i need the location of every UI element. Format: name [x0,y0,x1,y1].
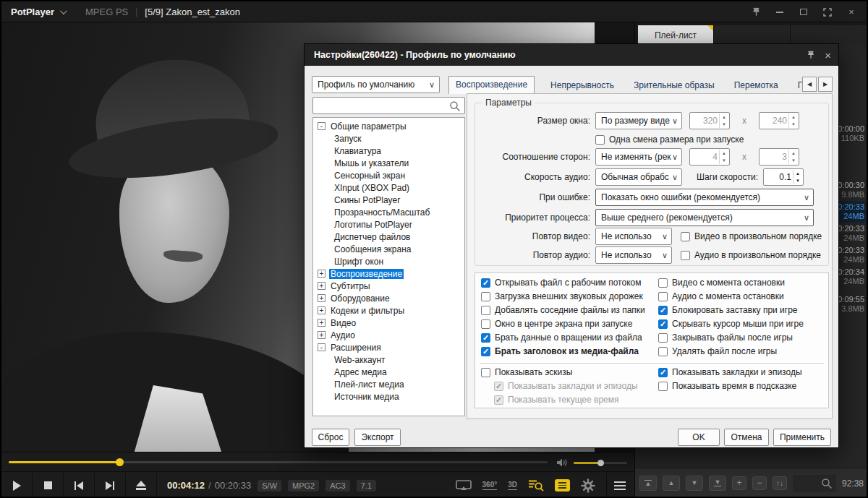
volume-knob[interactable] [597,460,604,466]
reset-button[interactable]: Сброс [312,429,349,446]
window-size-select[interactable]: По размеру виде∨ [595,112,682,129]
tab-playback[interactable]: Воспроизведение [448,76,535,94]
window-height-spinner[interactable]: 240▲▼ [759,112,799,129]
aspect-h-spinner[interactable]: 3▲▼ [759,148,799,166]
tree-item[interactable]: +Аудио [313,329,464,341]
tree-item[interactable]: Диспетчер файлов [313,231,464,243]
option-checkbox[interactable]: Загрузка внешних звуковых дорожек [481,291,643,301]
audio-shuffle-checkbox[interactable]: Аудио в произвольном порядке [681,250,821,260]
option-checkbox[interactable]: Показывать закладки и эпизоды [658,367,802,377]
tree-item[interactable]: +Воспроизведение [313,267,464,280]
add-item-button[interactable]: + [732,476,746,490]
tree-item[interactable]: Источник медиа [313,390,464,403]
audio-speed-select[interactable]: Обычная обрабс∨ [595,168,682,186]
tree-item[interactable]: +Субтитры [313,280,464,292]
expand-icon[interactable]: + [318,294,326,302]
remove-item-button[interactable]: − [752,476,767,490]
playlist-search-button[interactable] [528,479,544,491]
expand-icon[interactable]: + [318,282,326,290]
play-button[interactable] [1,473,33,498]
settings-search-input[interactable] [312,97,465,114]
seek-knob[interactable] [116,458,124,466]
move-down-button[interactable]: ▼ [686,476,703,491]
tree-item[interactable]: +Кодеки и фильтры [313,304,464,317]
stop-button[interactable] [33,473,64,498]
tree-item[interactable]: Адрес медиа [313,366,464,378]
profile-select[interactable]: Профиль по умолчанию ∨ [312,76,440,93]
tree-item[interactable]: Запуск [313,132,464,145]
aspect-w-spinner[interactable]: 4▲▼ [689,148,730,166]
process-priority-select[interactable]: Выше среднего (рекомендуется)∨ [595,209,814,226]
tabs-scroll-right-button[interactable]: ▶ [818,77,833,92]
option-checkbox[interactable]: Брать заголовок из медиа-файла [481,346,639,356]
maximize-button[interactable] [796,5,812,20]
volume-slider[interactable] [574,462,627,464]
tree-item[interactable]: Web-аккаунт [313,353,464,366]
option-checkbox[interactable]: Показывать время в подсказке [658,381,796,391]
tree-item[interactable]: +Видео [313,317,464,329]
option-checkbox[interactable]: Скрывать курсор мыши при игре [658,319,804,329]
playlist-toggle-button[interactable] [555,479,570,491]
option-checkbox[interactable]: Окно в центре экрана при запуске [481,319,632,329]
seek-bar[interactable] [9,461,548,463]
option-checkbox[interactable]: Удалять файл после игры [658,346,777,356]
close-button[interactable]: × [843,5,859,20]
volume-icon[interactable] [556,458,568,468]
option-checkbox[interactable]: Закрывать файлы после игры [658,332,793,343]
move-bottom-button[interactable]: ▼ [709,476,726,491]
tree-item[interactable]: -Общие параметры [313,120,464,132]
move-up-button[interactable]: ▲ [663,476,680,491]
pin-icon[interactable] [748,5,764,20]
video-shuffle-checkbox[interactable]: Видео в произвольном порядке [681,231,822,241]
speed-step-spinner[interactable]: 0.1▲▼ [763,168,804,186]
tree-item[interactable]: XInput (XBOX Pad) [313,181,464,194]
option-checkbox[interactable]: Открывать файл с рабочим потоком [481,278,641,288]
tree-item[interactable]: Сенсорный экран [313,169,464,181]
resize-once-checkbox[interactable]: Одна смена размера при запуске [595,134,744,145]
playlist-tab[interactable]: Плей-лист [638,25,713,46]
export-button[interactable]: Экспорт [354,429,401,446]
dialog-pin-icon[interactable] [806,50,816,60]
tree-item[interactable]: Логотипы PotPlayer [313,218,464,231]
minimize-button[interactable] [772,5,788,20]
tree-item[interactable]: Клавиатура [313,145,464,157]
option-checkbox[interactable]: Показывать эскизы [481,367,572,377]
tab-visualizations[interactable]: Зрительные образы [630,77,718,94]
settings-gear-button[interactable] [581,478,595,493]
option-checkbox[interactable]: Брать данные о вращении из файла [481,332,642,343]
window-width-spinner[interactable]: 320▲▼ [689,112,730,129]
aspect-ratio-select[interactable]: Не изменять (рек∨ [595,148,682,166]
tree-item[interactable]: Сообщения экрана [313,243,464,255]
tab-seeking[interactable]: Перемотка [731,77,782,94]
dialog-close-icon[interactable]: × [825,49,831,61]
video-360-button[interactable]: 360° [482,481,498,490]
expand-icon[interactable]: + [318,306,326,314]
tree-item[interactable]: Мышь и указатели [313,157,464,169]
on-error-select[interactable]: Показать окно ошибки (рекомендуется)∨ [595,189,814,206]
expand-icon[interactable]: + [318,270,326,278]
option-checkbox[interactable]: Видео с момента остановки [658,278,785,288]
apply-button[interactable]: Применить [773,429,831,446]
option-checkbox[interactable]: Показывать закладки и эпизоды [494,381,638,391]
tabs-scroll-left-button[interactable]: ◀ [802,77,817,92]
expand-icon[interactable]: + [318,331,326,339]
repeat-video-select[interactable]: Не использо∨ [595,228,672,245]
tree-item[interactable]: -Расширения [313,341,464,353]
eject-button[interactable] [126,473,157,498]
move-top-button[interactable]: ▲ [639,476,657,491]
collapse-icon[interactable]: - [318,122,326,130]
menu-button[interactable] [614,481,626,490]
tree-item[interactable]: Плей-лист медиа [313,378,464,390]
next-button[interactable] [95,473,126,498]
tree-item[interactable]: Шрифт окон [313,255,464,267]
fullscreen-button[interactable] [820,5,835,20]
app-menu-button[interactable]: PotPlayer [11,7,54,17]
option-checkbox[interactable]: Блокировать заставку при игре [658,305,798,315]
playlist-tab-inactive[interactable] [713,25,790,46]
video-3d-button[interactable]: 3D [508,481,517,490]
cancel-button[interactable]: Отмена [724,429,769,446]
tab-continuity[interactable]: Непрерывность [547,77,618,94]
tree-item[interactable]: Скины PotPlayer [313,194,464,206]
playlist-search-input[interactable] [793,475,836,492]
cast-screen-button[interactable] [456,480,472,491]
